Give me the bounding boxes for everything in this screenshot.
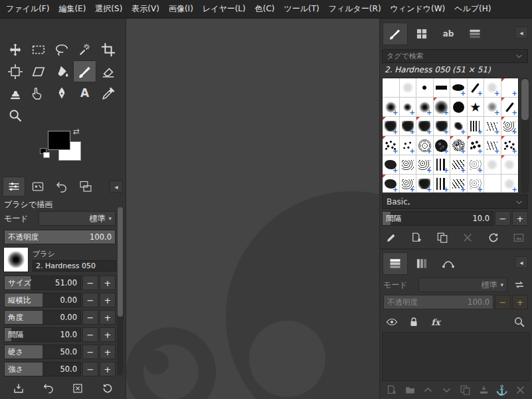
brush-cell-10[interactable]: + (416, 98, 434, 117)
brush-cell-31[interactable]: + (501, 136, 519, 155)
brush-cell-14[interactable]: + (484, 98, 501, 117)
rectangle-select-tool[interactable] (27, 39, 50, 60)
smudge-tool[interactable] (27, 82, 50, 104)
brush-cell-32[interactable]: + (383, 155, 400, 175)
scrollbar-thumb[interactable] (118, 207, 123, 317)
refresh-brushes-button[interactable] (484, 230, 503, 246)
brush-cell-6[interactable]: + (484, 78, 501, 98)
new-brush-button[interactable] (407, 230, 426, 246)
dock-splitter[interactable] (380, 248, 532, 250)
dock-tab-device-status[interactable] (27, 177, 49, 197)
increment-button[interactable]: + (512, 211, 528, 226)
layers-tab-menu-button[interactable]: ◂ (515, 256, 528, 268)
search-button[interactable] (511, 314, 528, 330)
duplicate-brush-button[interactable] (433, 230, 452, 246)
increment-button[interactable]: + (100, 345, 116, 359)
increment-button[interactable]: + (512, 295, 528, 309)
zoom-tool[interactable] (3, 104, 27, 126)
brush-cell-24[interactable]: + (383, 136, 400, 155)
layers-list[interactable] (382, 332, 530, 381)
brush-cell-0[interactable] (383, 78, 400, 98)
force-slider[interactable]: 強さ50.0 (4, 362, 81, 376)
decrement-button[interactable]: − (82, 293, 98, 307)
decrement-button[interactable]: − (82, 276, 98, 290)
brush-cell-28[interactable]: + (450, 136, 468, 155)
paintbrush-tool[interactable] (73, 60, 96, 82)
visibility-button[interactable] (383, 314, 400, 330)
brush-cell-27[interactable]: + (434, 136, 451, 155)
decrement-button[interactable]: − (82, 327, 98, 342)
eraser-tool[interactable] (96, 60, 120, 82)
scrollbar-thumb[interactable] (521, 79, 529, 120)
color-picker-tool[interactable] (96, 82, 120, 104)
reset-tool-options-button[interactable] (98, 380, 117, 397)
spacing-slider[interactable]: 間隔10.0 (4, 327, 81, 342)
aspect-ratio-slider[interactable]: 縦横比0.00 (4, 293, 81, 307)
brush-cell-40[interactable]: + (383, 175, 400, 193)
brush-cell-13[interactable] (468, 98, 485, 117)
brush-cell-26[interactable]: + (416, 136, 434, 155)
brush-cell-3[interactable] (434, 78, 451, 98)
brush-cell-47[interactable]: + (501, 175, 519, 193)
menu-tools[interactable]: ツール(T) (279, 0, 323, 18)
brush-cell-9[interactable]: + (400, 98, 417, 117)
brush-cell-35[interactable]: + (434, 155, 451, 175)
brush-cell-20[interactable]: + (450, 117, 468, 136)
menu-view[interactable]: 表示(V) (127, 0, 164, 18)
brush-grid-scrollbar[interactable] (521, 78, 529, 193)
menu-edit[interactable]: 編集(E) (54, 0, 90, 18)
tab-channels[interactable] (409, 252, 434, 275)
menu-select[interactable]: 選択(S) (90, 0, 127, 18)
layer-mode-select[interactable]: 標準 ▾ (418, 278, 507, 292)
brush-cell-25[interactable]: + (400, 136, 417, 155)
brush-cell-19[interactable]: + (434, 117, 451, 136)
tab-paths[interactable] (436, 252, 461, 275)
brush-cell-5[interactable]: + (468, 78, 485, 98)
tab-patterns[interactable] (409, 23, 434, 45)
brush-cell-43[interactable]: + (434, 175, 451, 193)
layer-opacity-slider[interactable]: 不透明度100.0 (383, 295, 493, 309)
open-as-image-button[interactable] (509, 230, 528, 246)
text-tool[interactable]: A (73, 82, 96, 104)
brush-tag-combo[interactable]: Basic, (382, 195, 528, 209)
increment-button[interactable]: + (100, 293, 116, 307)
duplicate-layer-button[interactable] (457, 382, 474, 397)
increment-button[interactable]: + (100, 310, 116, 325)
brush-cell-29[interactable]: + (468, 136, 485, 155)
decrement-button[interactable]: − (495, 295, 511, 309)
brush-cell-18[interactable]: + (416, 117, 434, 136)
decrement-button[interactable]: − (495, 211, 511, 226)
ink-tool[interactable] (50, 82, 73, 104)
brush-cell-34[interactable]: + (416, 155, 434, 175)
menu-filters[interactable]: フィルター(R) (324, 0, 386, 18)
menu-file[interactable]: ファイル(F) (1, 0, 54, 18)
toolbox-tab-menu-button[interactable]: ◂ (110, 181, 123, 193)
menu-colors[interactable]: 色(C) (250, 0, 280, 18)
decrement-button[interactable]: − (82, 362, 98, 376)
tab-layers[interactable] (383, 252, 408, 275)
brush-cell-36[interactable]: + (450, 155, 468, 175)
brush-cell-7[interactable]: + (501, 78, 519, 98)
fuzzy-select-tool[interactable] (73, 39, 96, 60)
dock-tab-undo-history[interactable] (50, 177, 73, 197)
dock-tab-images[interactable] (74, 177, 97, 197)
delete-tool-preset-button[interactable] (68, 380, 87, 397)
edit-brush-button[interactable] (382, 230, 400, 246)
hardness-slider[interactable]: 硬さ50.0 (4, 345, 81, 359)
crop-tool[interactable] (96, 39, 120, 60)
menu-help[interactable]: ヘルプ(H) (450, 0, 495, 18)
menu-image[interactable]: 画像(I) (164, 0, 198, 18)
decrement-button[interactable]: − (82, 310, 98, 325)
tab-fonts[interactable]: ab (436, 23, 461, 45)
clone-tool[interactable] (3, 82, 27, 104)
brush-cell-38[interactable] (484, 155, 501, 175)
new-layer-button[interactable] (383, 382, 400, 397)
lock-button[interactable] (405, 314, 422, 330)
brush-cell-4[interactable]: + (450, 78, 468, 98)
delete-layer-button[interactable] (512, 382, 529, 397)
anchor-button[interactable]: ⚓ (493, 382, 510, 397)
brush-cell-11[interactable]: + (434, 98, 451, 117)
tab-brushes[interactable] (383, 23, 408, 45)
move-tool[interactable] (3, 39, 27, 60)
free-select-tool[interactable] (50, 39, 73, 60)
